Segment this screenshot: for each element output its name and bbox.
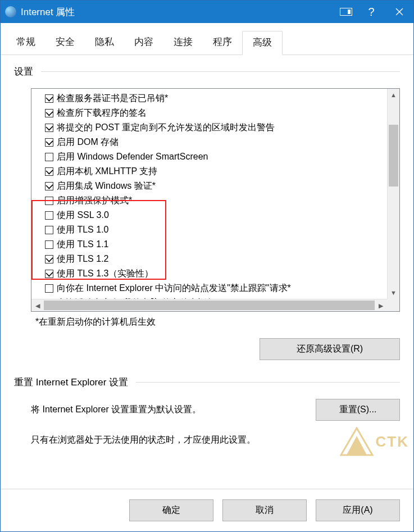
cancel-button[interactable]: 取消 — [222, 499, 307, 521]
checkbox-icon[interactable] — [45, 109, 53, 117]
reset-group-label: 重置 Internet Explorer 设置 — [14, 376, 400, 389]
settings-label-text: 设置 — [14, 65, 33, 78]
setting-label: 启用集成 Windows 验证* — [57, 180, 156, 192]
checkbox-icon[interactable] — [45, 138, 53, 147]
window-title: Internet 属性 — [21, 6, 335, 19]
horizontal-scrollbar[interactable]: ◀ ▶ — [31, 299, 387, 311]
setting-row[interactable]: 启用集成 Windows 验证* — [45, 179, 399, 193]
checkbox-icon[interactable] — [45, 197, 53, 205]
setting-row[interactable]: 启用 Windows Defender SmartScreen — [45, 149, 399, 164]
checkbox-icon[interactable] — [45, 240, 53, 249]
vertical-scrollbar[interactable]: ▲ ▼ — [387, 89, 399, 299]
setting-row[interactable]: 使用 TLS 1.3（实验性） — [45, 266, 399, 281]
checkbox-icon[interactable] — [45, 284, 53, 293]
setting-label: 使用 TLS 1.0 — [57, 224, 108, 236]
tab-1[interactable]: 安全 — [46, 31, 85, 54]
tab-3[interactable]: 内容 — [124, 31, 163, 54]
titlebar-status-icon — [335, 1, 357, 23]
scrollbar-corner — [387, 299, 399, 311]
checkbox-icon[interactable] — [45, 226, 53, 234]
reset-hint: 只有在浏览器处于无法使用的状态时，才应使用此设置。 — [31, 434, 400, 446]
settings-group-label: 设置 — [14, 65, 400, 78]
reset-label-text: 重置 Internet Explorer 设置 — [14, 376, 128, 389]
checkbox-icon[interactable] — [45, 270, 53, 278]
setting-label: 使用 TLS 1.2 — [57, 253, 108, 265]
setting-label: 启用增强保护模式* — [57, 195, 132, 207]
setting-row[interactable]: 将提交的 POST 重定向到不允许发送的区域时发出警告 — [45, 120, 399, 135]
setting-label: 使用 TLS 1.1 — [57, 239, 108, 251]
restart-note: *在重新启动你的计算机后生效 — [35, 316, 400, 328]
tab-5[interactable]: 程序 — [203, 31, 242, 54]
setting-label: 启用 DOM 存储 — [57, 137, 119, 148]
restore-advanced-settings-button[interactable]: 还原高级设置(R) — [260, 338, 400, 360]
checkbox-icon[interactable] — [45, 255, 53, 263]
setting-label: 使用 SSL 3.0 — [57, 210, 109, 221]
setting-row[interactable]: 使用 TLS 1.0 — [45, 222, 399, 237]
tab-6[interactable]: 高级 — [242, 31, 283, 55]
tab-4[interactable]: 连接 — [163, 31, 203, 54]
scroll-right-arrow-icon[interactable]: ▶ — [375, 299, 387, 312]
checkbox-icon[interactable] — [45, 211, 53, 220]
setting-row[interactable]: 使用 SSL 3.0 — [45, 208, 399, 222]
apply-button[interactable]: 应用(A) — [316, 499, 400, 521]
setting-row[interactable]: 启用本机 XMLHTTP 支持 — [45, 164, 399, 179]
checkbox-icon[interactable] — [45, 167, 53, 176]
checkbox-icon[interactable] — [45, 94, 53, 103]
settings-listbox[interactable]: 检查服务器证书是否已吊销*检查所下载程序的签名将提交的 POST 重定向到不允许… — [31, 88, 400, 312]
checkbox-icon[interactable] — [45, 153, 53, 161]
setting-row[interactable]: 使用 TLS 1.2 — [45, 252, 399, 266]
tab-2[interactable]: 隐私 — [85, 31, 124, 54]
scroll-up-arrow-icon[interactable]: ▲ — [388, 89, 399, 101]
setting-label: 检查服务器证书是否已吊销* — [57, 93, 168, 104]
setting-row[interactable]: 检查服务器证书是否已吊销* — [45, 91, 399, 106]
setting-label: 将提交的 POST 重定向到不允许发送的区域时发出警告 — [57, 122, 275, 134]
ok-button[interactable]: 确定 — [129, 499, 213, 521]
titlebar: Internet 属性 ? — [1, 1, 413, 23]
setting-label: 启用本机 XMLHTTP 支持 — [57, 166, 157, 178]
checkbox-icon[interactable] — [45, 124, 53, 132]
tab-0[interactable]: 常规 — [6, 31, 46, 54]
internet-properties-window: Internet 属性 ? 常规安全隐私内容连接程序高级 设置 检查服务器证书是… — [0, 0, 414, 532]
internet-options-icon — [5, 6, 16, 17]
close-button[interactable] — [385, 1, 413, 23]
dialog-button-bar: 确定 取消 应用(A) — [1, 489, 413, 531]
reset-button[interactable]: 重置(S)... — [316, 399, 400, 421]
setting-label: 检查所下载程序的签名 — [57, 107, 147, 119]
setting-label: 使用 TLS 1.3（实验性） — [57, 268, 153, 280]
checkbox-icon[interactable] — [45, 182, 53, 190]
setting-row[interactable]: 启用 DOM 存储 — [45, 135, 399, 149]
setting-row[interactable]: 向你在 Internet Explorer 中访问的站点发送"禁止跟踪"请求* — [45, 281, 399, 295]
setting-row[interactable]: 检查所下载程序的签名 — [45, 106, 399, 120]
setting-row[interactable]: 启用增强保护模式* — [45, 193, 399, 208]
tabstrip: 常规安全隐私内容连接程序高级 — [1, 23, 413, 55]
vertical-scroll-thumb[interactable] — [389, 125, 398, 187]
help-button[interactable]: ? — [357, 1, 385, 23]
reset-description: 将 Internet Explorer 设置重置为默认设置。 — [31, 404, 201, 416]
setting-label: 向你在 Internet Explorer 中访问的站点发送"禁止跟踪"请求* — [57, 283, 291, 294]
horizontal-scroll-thumb[interactable] — [44, 301, 375, 310]
tab-content-advanced: 设置 检查服务器证书是否已吊销*检查所下载程序的签名将提交的 POST 重定向到… — [1, 55, 413, 489]
setting-row[interactable]: 使用 TLS 1.1 — [45, 237, 399, 252]
scroll-left-arrow-icon[interactable]: ◀ — [31, 299, 44, 312]
scroll-down-arrow-icon[interactable]: ▼ — [388, 287, 399, 299]
setting-label: 启用 Windows Defender SmartScreen — [57, 151, 208, 163]
